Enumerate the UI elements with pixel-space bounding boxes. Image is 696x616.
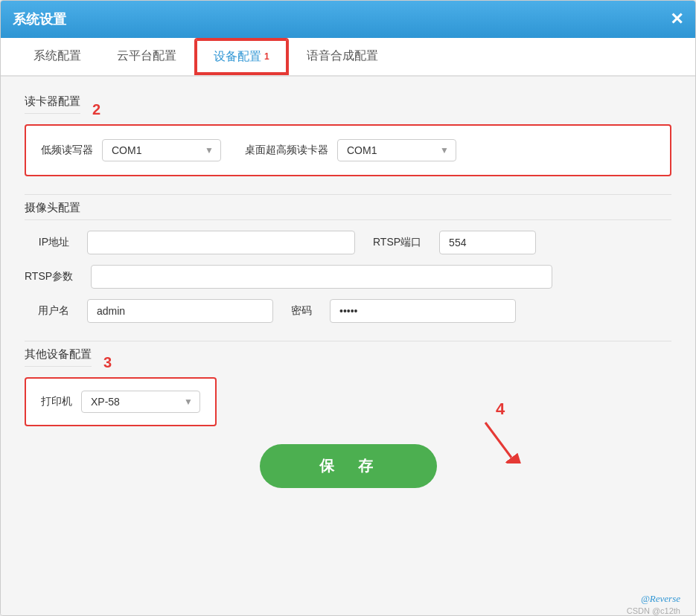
username-input[interactable] <box>87 299 273 323</box>
other-section-number: 3 <box>103 354 112 371</box>
reader-section-number: 2 <box>92 101 100 118</box>
desktop-reader-select-wrapper: COM1 COM2 COM3 COM4 ▼ <box>337 139 456 161</box>
desktop-reader-label: 桌面超高频读卡器 <box>245 144 328 157</box>
user-row: 用户名 密码 <box>25 299 671 323</box>
rtsp-params-label: RTSP参数 <box>25 270 73 283</box>
ip-label: IP地址 <box>25 236 69 249</box>
arrow-icon <box>478 419 523 463</box>
reader-section-title: 读卡器配置 <box>25 94 80 114</box>
close-button[interactable]: ✕ <box>670 11 683 28</box>
watermark: @Reverse <box>641 593 680 605</box>
tab-badge: 1 <box>264 51 269 62</box>
tab-voice[interactable]: 语音合成配置 <box>289 38 396 77</box>
low-freq-label: 低频读写器 <box>41 144 93 157</box>
rtsp-row: RTSP参数 <box>25 265 671 289</box>
tab-bar: 系统配置 云平台配置 设备配置 1 语音合成配置 <box>1 38 695 77</box>
rtsp-port-label: RTSP端口 <box>373 236 421 249</box>
other-section-title: 其他设备配置 <box>25 347 92 367</box>
printer-select[interactable]: XP-58 XP-80 Other <box>81 391 200 413</box>
main-window: 系统设置 ✕ 系统配置 云平台配置 设备配置 1 语音合成配置 读卡器配置 2 <box>0 0 696 616</box>
printer-select-wrapper: XP-58 XP-80 Other ▼ <box>81 391 200 413</box>
save-button[interactable]: 保 存 <box>260 444 437 488</box>
window-title: 系统设置 <box>13 10 66 28</box>
svg-line-1 <box>485 423 511 458</box>
ip-row: IP地址 RTSP端口 <box>25 231 671 254</box>
arrow-number: 4 <box>496 400 505 419</box>
camera-section-title: 摄像头配置 <box>25 201 671 220</box>
ip-input[interactable] <box>87 231 355 254</box>
desktop-reader-group: 桌面超高频读卡器 COM1 COM2 COM3 COM4 ▼ <box>245 139 456 161</box>
tab-cloud[interactable]: 云平台配置 <box>99 38 194 77</box>
desktop-reader-select[interactable]: COM1 COM2 COM3 COM4 <box>337 139 456 161</box>
tab-system[interactable]: 系统配置 <box>16 38 99 77</box>
rtsp-params-input[interactable] <box>91 265 552 289</box>
low-freq-select[interactable]: COM1 COM2 COM3 COM4 <box>102 139 221 161</box>
save-area: 4 保 存 <box>25 444 671 488</box>
camera-section: 摄像头配置 IP地址 RTSP端口 RTSP参数 用户名 <box>25 194 671 323</box>
printer-card: 打印机 XP-58 XP-80 Other ▼ <box>25 377 217 426</box>
password-input[interactable] <box>330 299 516 323</box>
csdn-label: CSDN @c12th <box>627 606 680 615</box>
reader-card: 低频读写器 COM1 COM2 COM3 COM4 ▼ 桌面超高频读卡器 <box>25 124 671 176</box>
low-freq-select-wrapper: COM1 COM2 COM3 COM4 ▼ <box>102 139 221 161</box>
content-area: 读卡器配置 2 低频读写器 COM1 COM2 COM3 COM4 ▼ <box>1 77 695 615</box>
username-label: 用户名 <box>25 304 69 318</box>
low-freq-group: 低频读写器 COM1 COM2 COM3 COM4 ▼ <box>41 139 221 161</box>
rtsp-port-input[interactable] <box>439 231 536 254</box>
camera-rows: IP地址 RTSP端口 RTSP参数 用户名 密码 <box>25 231 671 323</box>
password-label: 密码 <box>291 304 312 318</box>
printer-label: 打印机 <box>41 395 72 408</box>
tab-device[interactable]: 设备配置 1 <box>194 38 289 75</box>
title-bar: 系统设置 ✕ <box>1 1 695 38</box>
other-section: 其他设备配置 3 打印机 XP-58 XP-80 Other ▼ <box>25 341 671 426</box>
reader-section: 读卡器配置 2 低频读写器 COM1 COM2 COM3 COM4 ▼ <box>25 94 671 176</box>
